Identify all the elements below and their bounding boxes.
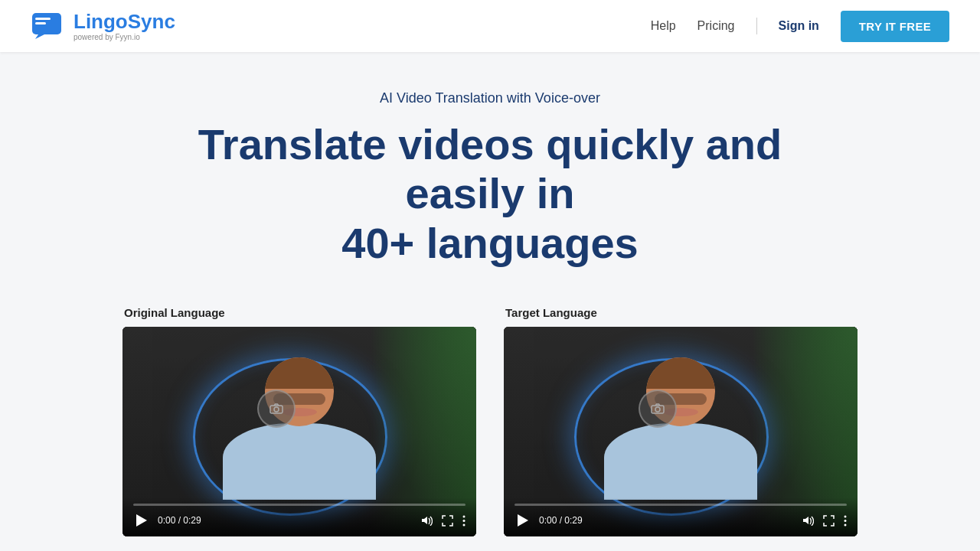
svg-point-11 (844, 515, 847, 517)
person-figure (223, 357, 376, 500)
pricing-link[interactable]: Pricing (697, 19, 735, 33)
svg-point-5 (274, 407, 279, 412)
video-target-player[interactable]: 0:00 / 0:29 (504, 327, 858, 536)
time-display-right: 0:00 / 0:29 (539, 515, 583, 526)
videos-section: Original Language (107, 306, 873, 536)
controls-left-right: 0:00 / 0:29 (514, 512, 583, 529)
controls-right (420, 515, 466, 527)
play-icon-right (518, 514, 528, 527)
play-icon (136, 514, 147, 527)
fullscreen-icon[interactable] (442, 515, 453, 527)
person-figure-right (604, 357, 757, 500)
video-original-controls: 0:00 / 0:29 (122, 497, 476, 536)
camera-icon (257, 390, 296, 428)
logo-title: LingoSync (74, 11, 175, 33)
progress-track-right[interactable] (514, 504, 847, 506)
navbar-right: Help Pricing Sign in TRY IT FREE (651, 11, 949, 42)
svg-point-8 (463, 523, 466, 526)
controls-row-right: 0:00 / 0:29 (514, 512, 847, 529)
person-hair (265, 357, 334, 389)
svg-point-12 (844, 520, 847, 522)
main-content: AI Video Translation with Voice-over Tra… (0, 52, 980, 551)
more-options-icon-right[interactable] (844, 515, 847, 527)
try-free-button[interactable]: TRY IT FREE (841, 11, 949, 42)
logo-text: LingoSync powered by Fyyn.io (74, 11, 175, 42)
video-target-label: Target Language (504, 306, 858, 319)
person-hair-right (646, 357, 715, 389)
person-body-right (604, 423, 757, 500)
time-display: 0:00 / 0:29 (158, 515, 201, 526)
svg-rect-2 (35, 22, 46, 24)
logo-icon (31, 11, 66, 41)
video-original-column: Original Language (122, 306, 476, 536)
svg-point-10 (655, 407, 660, 412)
hero-headline: Translate videos quickly and easily in 4… (145, 120, 835, 268)
help-link[interactable]: Help (651, 19, 676, 33)
progress-track[interactable] (133, 504, 466, 506)
logo-powered: powered by Fyyn.io (74, 33, 175, 41)
video-original-label: Original Language (122, 306, 476, 319)
svg-point-6 (463, 515, 466, 517)
more-options-icon[interactable] (462, 515, 466, 527)
volume-icon[interactable] (420, 515, 433, 526)
person-body (223, 423, 376, 500)
logo: LingoSync powered by Fyyn.io (31, 11, 175, 42)
svg-point-13 (844, 523, 847, 526)
nav-divider (756, 18, 757, 34)
svg-marker-3 (35, 34, 44, 39)
svg-point-7 (463, 520, 466, 522)
signin-link[interactable]: Sign in (779, 19, 819, 33)
svg-rect-1 (35, 18, 51, 20)
volume-icon-right[interactable] (802, 515, 814, 526)
camera-icon-right (639, 390, 677, 428)
video-target-column: Target Language (504, 306, 858, 536)
play-button[interactable] (133, 512, 150, 529)
controls-left: 0:00 / 0:29 (133, 512, 201, 529)
flags-section: 🇪🇸 🇩🇪 🇮🇹 🇫🇷 🇺🇸 +40 additional languages (107, 536, 873, 551)
hero-subtitle: AI Video Translation with Voice-over (380, 90, 600, 106)
fullscreen-icon-right[interactable] (823, 515, 835, 527)
controls-right-right (802, 515, 847, 527)
play-button-right[interactable] (514, 512, 531, 529)
navbar: LingoSync powered by Fyyn.io Help Pricin… (0, 0, 980, 52)
video-original-player[interactable]: 0:00 / 0:29 (122, 327, 476, 536)
controls-row: 0:00 / 0:29 (133, 512, 466, 529)
video-target-controls: 0:00 / 0:29 (504, 497, 858, 536)
